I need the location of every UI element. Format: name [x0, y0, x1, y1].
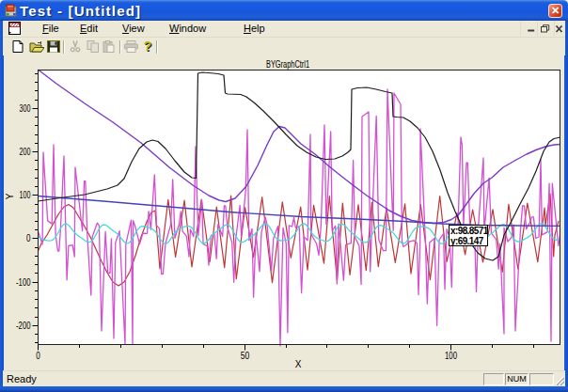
svg-text:Y: Y — [5, 193, 15, 199]
svg-text:50: 50 — [241, 351, 250, 361]
svg-text:100: 100 — [20, 190, 31, 200]
svg-text:?: ? — [144, 39, 152, 54]
svg-text:0: 0 — [26, 233, 31, 243]
svg-text:300: 300 — [20, 103, 31, 114]
svg-text:X: X — [295, 359, 302, 369]
svg-text:200: 200 — [20, 147, 31, 157]
svg-text:-100: -100 — [16, 277, 31, 288]
svg-text:-200: -200 — [16, 321, 31, 331]
svg-text:0: 0 — [36, 351, 40, 361]
svg-text:100: 100 — [445, 351, 457, 361]
svg-text:BYGraphCtrl1: BYGraphCtrl1 — [266, 58, 309, 70]
